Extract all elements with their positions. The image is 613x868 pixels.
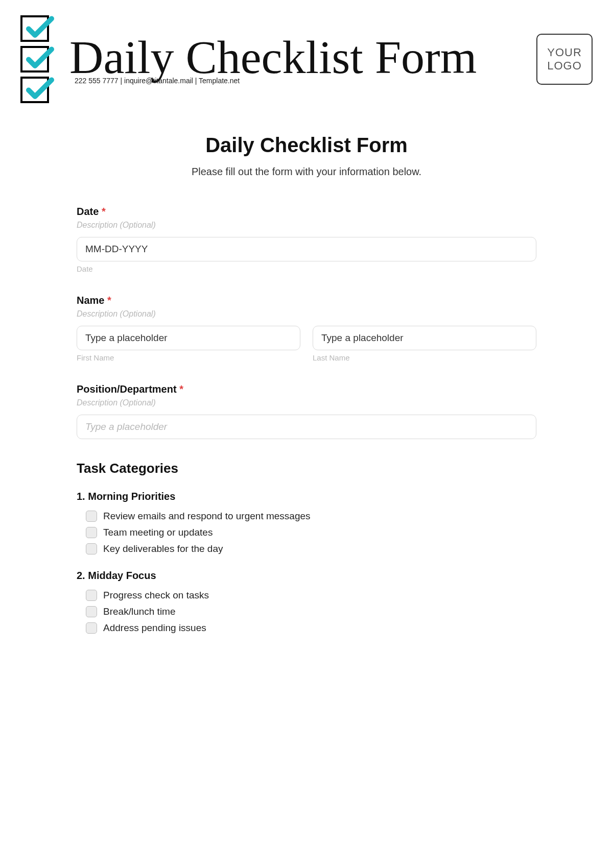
form-container: Daily Checklist Form Please fill out the…: [66, 134, 547, 634]
first-name-sublabel: First Name: [77, 353, 300, 362]
form-subtitle: Please fill out the form with your infor…: [77, 166, 536, 178]
checkbox-input[interactable]: [86, 622, 97, 634]
date-sublabel: Date: [77, 264, 536, 273]
checkbox-input[interactable]: [86, 606, 97, 617]
check-icon: [20, 77, 49, 103]
logo-text-2: LOGO: [547, 59, 582, 73]
checkbox-input[interactable]: [86, 511, 97, 522]
check-icon: [20, 46, 49, 73]
task-item-label: Break/lunch time: [103, 606, 176, 617]
header-title-block: Daily Checklist Form 222 555 7777 | inqu…: [59, 34, 526, 85]
checkbox-input[interactable]: [86, 527, 97, 538]
position-field-block: Position/Department * Description (Optio…: [77, 383, 536, 439]
last-name-input[interactable]: [313, 326, 536, 350]
date-field-block: Date * Description (Optional) Date: [77, 206, 536, 273]
position-label: Position/Department *: [77, 383, 536, 395]
checklist-logo-icon: [20, 15, 49, 103]
task-item-label: Progress check on tasks: [103, 590, 209, 601]
required-marker: *: [107, 295, 111, 306]
task-item-label: Address pending issues: [103, 622, 206, 634]
task-item: Team meeting or updates: [86, 527, 536, 538]
logo-text-1: YOUR: [547, 46, 582, 59]
task-item: Progress check on tasks: [86, 590, 536, 601]
task-categories-heading: Task Categories: [77, 461, 536, 476]
task-item: Break/lunch time: [86, 606, 536, 617]
name-field-block: Name * Description (Optional) First Name…: [77, 295, 536, 362]
name-description: Description (Optional): [77, 309, 536, 319]
first-name-input[interactable]: [77, 326, 300, 350]
task-group-title: 2. Midday Focus: [77, 570, 536, 582]
position-input[interactable]: [77, 415, 536, 439]
task-item: Key deliverables for the day: [86, 543, 536, 554]
checkbox-input[interactable]: [86, 543, 97, 554]
checkbox-input[interactable]: [86, 590, 97, 601]
date-description: Description (Optional): [77, 221, 536, 230]
task-group: 1. Morning Priorities Review emails and …: [77, 491, 536, 554]
header-script-title: Daily Checklist Form: [69, 34, 526, 81]
position-description: Description (Optional): [77, 398, 536, 407]
name-label: Name *: [77, 295, 536, 306]
task-group: 2. Midday Focus Progress check on tasks …: [77, 570, 536, 634]
task-group-title: 1. Morning Priorities: [77, 491, 536, 502]
check-icon: [20, 15, 49, 42]
required-marker: *: [102, 206, 106, 217]
last-name-sublabel: Last Name: [313, 353, 536, 362]
date-input[interactable]: [77, 237, 536, 261]
date-label: Date *: [77, 206, 536, 218]
task-item: Review emails and respond to urgent mess…: [86, 511, 536, 522]
task-item: Address pending issues: [86, 622, 536, 634]
required-marker: *: [179, 383, 183, 395]
task-item-label: Team meeting or updates: [103, 527, 213, 538]
task-item-label: Review emails and respond to urgent mess…: [103, 511, 311, 522]
form-title: Daily Checklist Form: [77, 134, 536, 157]
task-item-label: Key deliverables for the day: [103, 543, 223, 554]
header: Daily Checklist Form 222 555 7777 | inqu…: [20, 15, 593, 103]
logo-placeholder: YOUR LOGO: [536, 34, 593, 85]
